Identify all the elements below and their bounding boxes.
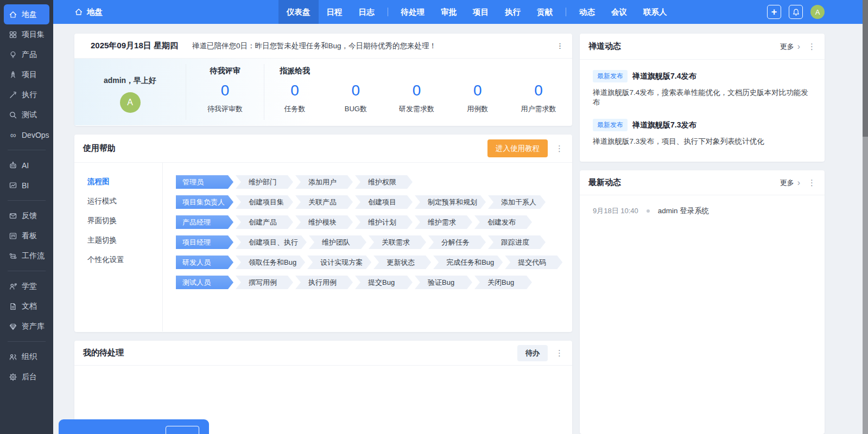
flow-step[interactable]: 关联产品 [295,195,353,209]
sidebar-item-label: 学堂 [22,282,37,291]
sidebar-item-label: 项目集 [22,30,45,40]
sidebar-item-project[interactable]: 项目 [4,65,49,85]
scrollbar-thumb[interactable] [863,0,868,137]
flow-step[interactable]: 关联需求 [369,235,426,249]
flow-step[interactable]: 领取任务和Bug [236,256,305,269]
sidebar-item-kanban[interactable]: 看板 [4,226,49,246]
flow-step[interactable]: 维护计划 [355,215,413,229]
sidebar-item-school[interactable]: 学堂 [4,276,49,296]
topbar-location[interactable]: 地盘 [74,0,103,24]
sidebar-item-devops[interactable]: ∞ DevOps [4,125,49,145]
tab-dashboard[interactable]: 仪表盘 [278,0,319,24]
tab-todo[interactable]: 待处理 [393,0,433,24]
flow-step[interactable]: 提交Bug [355,276,413,289]
flow-step[interactable]: 创建项目、执行 [236,235,307,249]
chevron-right-icon: › [797,42,800,51]
tab-calendar[interactable]: 日程 [319,0,351,24]
sidebar-item-workflow[interactable]: 工作流 [4,246,49,266]
flow-step[interactable]: 创建产品 [236,215,293,229]
flow-step[interactable]: 制定预算和规划 [415,195,486,209]
news-item-title[interactable]: 禅道旗舰版7.3发布 [632,120,696,130]
flow-row-tester: 测试人员 撰写用例 执行用例 提交Bug 验证Bug 关闭Bug [176,276,572,289]
user-avatar[interactable]: A [810,5,825,19]
flow-step[interactable]: 验证Bug [415,276,472,289]
sidebar-item-bi[interactable]: BI [4,175,49,195]
stat-value[interactable]: 0 [508,80,569,101]
kebab-menu-icon[interactable]: ⋮ [808,178,816,188]
flow-step[interactable]: 分解任务 [428,235,486,249]
flow-step[interactable]: 更新状态 [373,256,431,269]
sidebar-item-feedback[interactable]: 反馈 [4,206,49,226]
popup-button[interactable] [166,426,199,434]
flow-step[interactable]: 添加干系人 [488,195,546,209]
kebab-menu-icon[interactable]: ⋮ [808,42,816,52]
tab-meeting[interactable]: 会议 [603,0,635,24]
stat-value[interactable]: 0 [186,80,264,101]
flow-step[interactable]: 维护团队 [309,235,366,249]
tab-contacts[interactable]: 联系人 [635,0,675,24]
sidebar-item-doc[interactable]: 文档 [4,296,49,316]
stats-row: 待我评审 0 待我评审数 指派给我 0 任务数 0 BUG数 0 研发需求数 [186,59,569,125]
sidebar-item-assets[interactable]: 资产库 [4,316,49,336]
tab-dynamic[interactable]: 动态 [571,0,603,24]
sidebar-item-org[interactable]: 组织 [4,347,49,367]
flow-step[interactable]: 添加用户 [295,175,353,189]
flow-step[interactable]: 维护权限 [355,175,413,189]
kebab-menu-icon[interactable]: ⋮ [555,348,563,358]
tutorial-button[interactable]: 进入使用教程 [487,139,548,157]
news-item-title[interactable]: 禅道旗舰版7.4发布 [632,72,696,81]
tab-effort[interactable]: 日志 [351,0,383,24]
flow-step[interactable]: 创建发布 [474,215,532,229]
sidebar-item-ai[interactable]: AI [4,155,49,175]
sidebar-item-program[interactable]: 项目集 [4,24,49,44]
flow-step[interactable]: 完成任务和Bug [433,256,503,269]
kebab-menu-icon[interactable]: ⋮ [555,144,563,154]
sidebar-item-test[interactable]: 测试 [4,105,49,125]
flow-step[interactable]: 关闭Bug [474,276,532,289]
flow-step[interactable]: 跟踪进度 [488,235,546,249]
news-title: 禅道动态 [588,41,621,52]
flow-step[interactable]: 执行用例 [295,276,353,289]
tab-approval[interactable]: 审批 [433,0,465,24]
news-more-link[interactable]: 更多 › [780,42,800,52]
sidebar-item-dashboard[interactable]: 地盘 [4,4,49,24]
flow-step[interactable]: 维护需求 [415,215,472,229]
home-icon [74,8,83,16]
flow-step[interactable]: 维护部门 [236,175,293,189]
sidebar-item-product[interactable]: 产品 [4,44,49,65]
kebab-menu-icon[interactable]: ⋮ [556,42,563,50]
help-tab-mode[interactable]: 运行模式 [87,196,162,206]
flow-step[interactable]: 维护模块 [295,215,353,229]
tab-project[interactable]: 项目 [465,0,497,24]
sidebar-item-execution[interactable]: 执行 [4,85,49,105]
flow-step[interactable]: 创建项目集 [236,195,293,209]
tab-execution[interactable]: 执行 [497,0,529,24]
stat-value[interactable]: 0 [447,80,508,101]
welcome-card: 2025年09月18日 星期四 禅道已陪伴您0日：昨日您暂未处理任务和Bug，今… [74,34,572,126]
help-tab-flowchart[interactable]: 流程图 [87,177,162,187]
flow-step[interactable]: 设计实现方案 [307,256,371,269]
school-icon [8,282,18,291]
create-button[interactable]: + [767,5,781,19]
todo-filter-badge[interactable]: 待办 [517,345,548,361]
stat-value[interactable]: 0 [264,80,325,101]
help-tab-personalize[interactable]: 个性化设置 [87,255,162,265]
flow-step[interactable]: 撰写用例 [236,276,293,289]
activity-more-link[interactable]: 更多 › [780,178,800,188]
avatar[interactable]: A [120,92,141,113]
timeline-dot [647,209,650,213]
tab-contribution[interactable]: 贡献 [529,0,561,24]
sidebar-divider [8,271,46,271]
flow-step[interactable]: 提交代码 [505,256,562,269]
stat-review: 待我评审 0 待我评审数 [186,64,264,120]
release-badge: 最新发布 [593,70,628,82]
stat-value[interactable]: 0 [386,80,447,101]
stat-value[interactable]: 0 [325,80,386,101]
help-tab-theme[interactable]: 主题切换 [87,235,162,245]
activity-header: 最新动态 更多 › ⋮ [580,170,825,195]
flow-step[interactable]: 创建项目 [355,195,413,209]
sidebar-item-admin[interactable]: 后台 [4,367,49,387]
notification-button[interactable] [789,5,803,19]
help-tab-ui[interactable]: 界面切换 [87,216,162,226]
bottom-popup[interactable] [59,419,209,434]
